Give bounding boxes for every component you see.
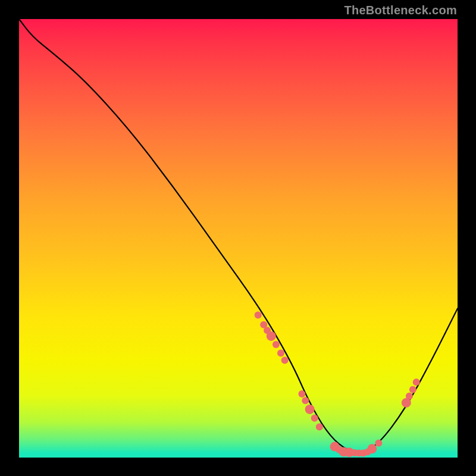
watermark-text: TheBottleneck.com — [344, 4, 457, 17]
highlight-dot — [406, 393, 413, 400]
chart-plot-area — [19, 19, 458, 458]
highlight-dot — [273, 341, 280, 348]
highlight-dot — [298, 390, 305, 397]
bottleneck-curve-svg — [19, 19, 458, 458]
highlight-dot — [409, 386, 416, 393]
highlight-dot — [316, 423, 323, 430]
highlight-dot — [277, 350, 284, 357]
bottleneck-curve — [19, 19, 458, 452]
highlight-dot — [305, 405, 315, 414]
highlight-dot — [367, 444, 377, 453]
highlight-points — [255, 312, 420, 458]
highlight-dot — [413, 378, 420, 386]
highlight-dot — [267, 331, 276, 341]
highlight-dot — [255, 312, 262, 319]
highlight-dot — [302, 397, 309, 404]
highlight-dot — [311, 415, 318, 422]
highlight-dot — [281, 356, 289, 364]
highlight-dot — [375, 440, 382, 447]
